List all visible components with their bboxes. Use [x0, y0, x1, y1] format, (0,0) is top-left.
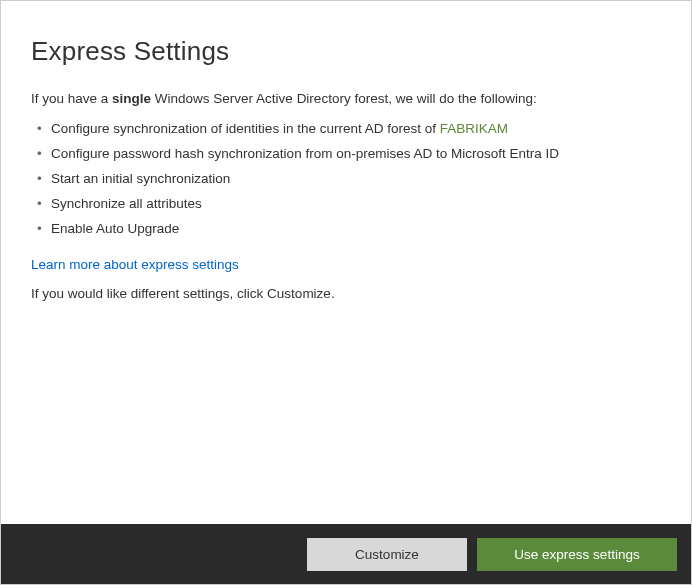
list-item: Enable Auto Upgrade [37, 216, 661, 241]
bottom-text: If you would like different settings, cl… [31, 286, 661, 301]
intro-bold: single [112, 91, 151, 106]
list-item: Synchronize all attributes [37, 191, 661, 216]
page-title: Express Settings [31, 36, 661, 67]
list-item: Start an initial synchronization [37, 166, 661, 191]
intro-prefix: If you have a [31, 91, 112, 106]
intro-text: If you have a single Windows Server Acti… [31, 91, 661, 106]
forest-name: FABRIKAM [440, 121, 508, 136]
main-content: Express Settings If you have a single Wi… [1, 1, 691, 524]
intro-suffix: Windows Server Active Directory forest, … [151, 91, 537, 106]
bullet-text: Start an initial synchronization [51, 171, 230, 186]
list-item: Configure synchronization of identities … [37, 116, 661, 141]
use-express-settings-button[interactable]: Use express settings [477, 538, 677, 571]
list-item: Configure password hash synchronization … [37, 141, 661, 166]
bullet-text: Enable Auto Upgrade [51, 221, 179, 236]
customize-button[interactable]: Customize [307, 538, 467, 571]
bullet-list: Configure synchronization of identities … [31, 116, 661, 241]
bullet-text: Synchronize all attributes [51, 196, 202, 211]
bullet-prefix: Configure synchronization of identities … [51, 121, 440, 136]
bullet-text: Configure password hash synchronization … [51, 146, 559, 161]
learn-more-link[interactable]: Learn more about express settings [31, 257, 239, 272]
footer-bar: Customize Use express settings [1, 524, 691, 584]
